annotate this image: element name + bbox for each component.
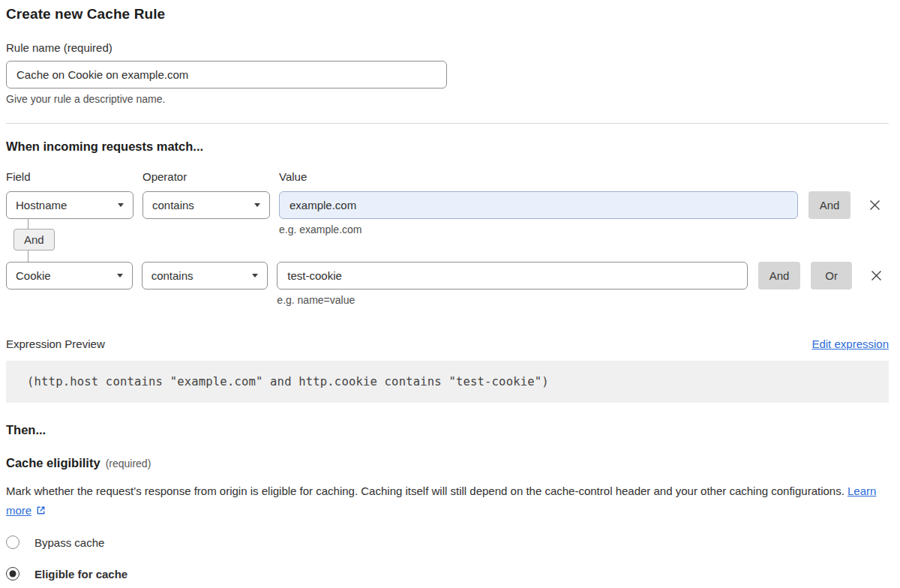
rule-name-input[interactable] <box>6 61 447 88</box>
radio-icon[interactable] <box>6 536 20 549</box>
value-help: e.g. name=value <box>277 294 748 306</box>
chevron-down-icon <box>254 203 260 207</box>
rule-name-label: Rule name (required) <box>6 41 889 54</box>
operator-select-value: contains <box>152 199 194 212</box>
field-select-value: Hostname <box>16 199 67 212</box>
radio-label: Eligible for cache <box>34 568 128 580</box>
close-icon <box>869 268 884 283</box>
chevron-down-icon <box>117 274 123 278</box>
field-select-value: Cookie <box>16 269 51 282</box>
radio-label: Bypass cache <box>34 536 104 549</box>
chevron-down-icon <box>252 274 258 278</box>
value-input[interactable] <box>277 262 748 290</box>
or-button[interactable]: Or <box>811 262 852 290</box>
operator-select[interactable]: contains <box>142 262 268 290</box>
expression-preview-label: Expression Preview <box>6 338 105 350</box>
value-input[interactable] <box>279 191 798 219</box>
required-note: (required) <box>106 458 152 470</box>
operator-select[interactable]: contains <box>142 191 270 219</box>
condition-connector: And <box>6 219 156 262</box>
field-column-label: Field <box>6 170 134 183</box>
builder-column-labels: Field Operator Value <box>6 170 889 183</box>
cache-eligibility-description: Mark whether the request’s response from… <box>6 482 880 520</box>
condition-row: Cookie contains e.g. name=value And Or <box>6 262 889 306</box>
chevron-down-icon <box>118 203 124 207</box>
then-heading: Then... <box>6 423 889 437</box>
create-cache-rule-form: Create new Cache Rule Rule name (require… <box>0 0 900 580</box>
cache-eligibility-title: Cache eligibility <box>6 456 100 470</box>
section-divider <box>6 123 889 124</box>
radio-option-eligible-for-cache[interactable]: Eligible for cache <box>6 567 889 580</box>
remove-condition-button[interactable] <box>863 262 889 290</box>
and-button[interactable]: And <box>758 262 800 290</box>
field-select[interactable]: Cookie <box>6 262 133 290</box>
value-cell: e.g. example.com <box>279 191 798 236</box>
expression-code-block: (http.host contains "example.com" and ht… <box>6 361 889 403</box>
expression-header: Expression Preview Edit expression <box>6 338 889 350</box>
value-help: e.g. example.com <box>279 224 798 236</box>
close-icon <box>868 198 882 212</box>
external-link-icon <box>35 505 46 516</box>
radio-option-bypass-cache[interactable]: Bypass cache <box>6 536 889 549</box>
match-heading: When incoming requests match... <box>6 140 889 154</box>
and-button[interactable]: And <box>808 191 850 219</box>
remove-condition-button[interactable] <box>862 191 887 219</box>
page-title: Create new Cache Rule <box>6 6 889 22</box>
field-select[interactable]: Hostname <box>6 191 134 219</box>
cache-eligibility-options: Bypass cache Eligible for cache <box>6 536 889 580</box>
operator-select-value: contains <box>152 269 194 282</box>
description-text: Mark whether the request’s response from… <box>6 484 844 497</box>
cache-eligibility-heading: Cache eligibility(required) <box>6 456 889 470</box>
connector-and-button[interactable]: And <box>14 229 55 250</box>
value-cell: e.g. name=value <box>277 262 748 306</box>
rule-name-help: Give your rule a descriptive name. <box>6 93 889 105</box>
value-column-label: Value <box>279 170 307 183</box>
edit-expression-link[interactable]: Edit expression <box>812 338 889 350</box>
radio-icon[interactable] <box>6 567 20 580</box>
operator-column-label: Operator <box>142 170 270 183</box>
